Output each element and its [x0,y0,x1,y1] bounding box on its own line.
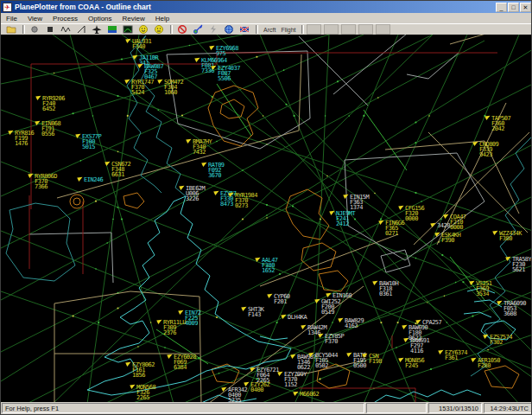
aircraft-label[interactable]: MON568F3262265 [136,385,155,400]
menu-help[interactable]: Help [150,15,174,22]
face-yellow2-icon[interactable] [152,24,166,35]
aircraft-label[interactable]: BAW98713460622 [297,354,316,370]
record-icon[interactable] [28,24,41,35]
arcft-button[interactable]: Arcft [261,25,278,35]
aircraft-label[interactable]: EIN068F1910556 [41,121,60,137]
aircraft-label[interactable]: BAW8294162 [345,318,364,329]
radar-icon[interactable] [121,24,135,35]
aircraft-label[interactable]: EZS7574F302 [490,335,512,345]
aircraft-label[interactable]: BMA7HYF3407432 [193,139,212,155]
toolbar-separator [170,25,173,34]
aircraft-label[interactable]: SHT3KF143 [248,307,264,317]
aircraft-label[interactable]: RYR806DF3707366 [35,174,57,189]
aircraft-label[interactable]: COA47F2100000 [450,214,466,230]
aircraft-label[interactable]: VS251F3693534 [476,281,492,297]
aircraft-label[interactable]: NJE9MTF2412412 [336,211,355,227]
toolbar-separator [301,25,304,34]
aircraft-label[interactable]: CSNF198 [369,354,382,364]
status-spacer [366,403,427,413]
aircraft-label-line: 5015 [82,144,101,150]
aircraft-label-line: 0622 [297,365,316,370]
aircraft-label[interactable]: IBE62MU0063226 [186,186,205,201]
aircraft-label[interactable]: DLH4KA [288,315,307,320]
antenna-icon[interactable] [74,24,88,35]
aircraft-label[interactable]: M66062 [300,392,319,397]
menu-process[interactable]: Process [48,15,83,22]
maximize-button[interactable]: □ [508,3,519,12]
stop-icon[interactable] [43,24,57,35]
menu-file[interactable]: File [1,15,22,22]
aircraft-label[interactable]: GWI252F2000519 [321,299,340,315]
aircraft-label[interactable]: RYR816F1991476 [15,131,34,146]
aircraft-label[interactable]: EZY85PF370 [325,334,344,344]
aircraft-icon[interactable] [90,24,104,35]
app-icon: ✈ [3,3,12,12]
aircraft-label[interactable]: RYR1747F3705424 [131,80,154,95]
aircraft-label-line: DLH4KA [288,315,307,320]
chart-icon[interactable] [105,24,119,35]
aircraft-label[interactable]: TRA6090F0533608 [504,301,526,316]
aircraft-label[interactable]: SOM472F3041060 [164,80,183,95]
close-button[interactable]: ✕ [520,3,531,12]
aircraft-label[interactable]: UAL931F340 [132,39,151,49]
aircraft-label[interactable]: CSN672F3486631 [111,162,130,177]
aircraft-label-line: 0361 [379,291,398,297]
aircraft-label[interactable]: EZY709YF3701152 [284,372,307,387]
aircraft-label[interactable]: EIN15MF3631374 [350,195,369,210]
aircraft-label[interactable]: BAW10HF3180361 [379,281,398,297]
aircraft-label-line: 0500 [353,363,366,368]
aircraft-label[interactable]: EIN246 [84,177,103,182]
disabled-button [341,24,356,35]
aircraft-label[interactable]: TRA58YF2305621 [512,257,531,272]
aircraft-label[interactable]: EXS77PF1005015 [82,134,101,150]
open-folder-icon[interactable] [4,24,18,35]
chart-area[interactable]: UAL931F340JAI10R341BAW087F3250467RYR1747… [1,35,532,404]
aircraft-label[interactable]: BCY5044F1050502 [315,353,338,368]
aircraft-label[interactable]: EZY4037F0875506 [218,66,240,81]
aircraft-label[interactable]: AAL47F3801652 [262,258,278,273]
aircraft-label[interactable]: MON856F245 [405,358,424,368]
aircraft-label[interactable]: EZY6968975 [216,46,238,56]
aircraft-label[interactable]: ESK4KHF390 [441,233,460,243]
aircraft-label[interactable]: AFR1050F280 [478,358,500,368]
aircraft-label[interactable]: EZY6374F361 [445,350,467,361]
signal-icon[interactable] [59,24,73,35]
flag-x-icon[interactable] [238,24,251,35]
aircraft-label[interactable]: BAW691F2974116 [410,338,429,354]
aircraft-label[interactable]: CYP60F201 [274,294,290,304]
aircraft-label[interactable]: BAW087F3250467 [144,64,163,80]
minimize-button[interactable]: _ [496,3,507,12]
menu-view[interactable]: View [22,15,48,22]
prohibit-icon[interactable] [175,24,189,35]
aircraft-label[interactable]: CFG156F3200000 [405,206,424,221]
lightning-icon[interactable] [206,24,220,35]
aircraft-label[interactable]: EZY8062F1611856 [132,362,155,378]
menu-options[interactable]: Options [83,15,117,22]
aircraft-label-line: 7366 [35,184,57,189]
aircraft-label[interactable]: WZZ434KF380 [499,231,522,241]
aircraft-label[interactable]: EZY26Z0400 [250,382,269,393]
aircraft-label-line: 6452 [42,106,65,112]
aircraft-label[interactable]: AFR34204005235 [228,387,247,403]
aircraft-label[interactable]: CNQ809F3399423 [479,142,498,157]
aircraft-label[interactable]: RYR9206F2406452 [42,96,65,112]
disabled-button [376,24,390,35]
title-bar[interactable]: ✈ PlanePlotter from COAA - Outline chart… [1,1,532,13]
aircraft-label[interactable]: RYR11LUF3092376 [163,320,186,335]
aircraft-label[interactable]: TAP507F3602042 [491,116,510,131]
aircraft-label[interactable]: 3420 [437,223,450,228]
aircraft-label[interactable]: RAT09F0923670 [208,163,225,178]
aircraft-label[interactable]: FIN6G6F3650271 [385,220,404,236]
globe-icon[interactable] [222,24,236,35]
toolbar-separator [256,25,258,34]
menu-review[interactable]: Review [117,15,150,22]
aircraft-label[interactable]: BAW42M1346 [307,325,326,335]
aircraft-label-line: 3226 [186,196,205,201]
face-yellow-icon[interactable] [136,24,150,35]
aircraft-label[interactable]: EZY6028F0696384 [174,354,196,370]
key-icon[interactable] [191,24,205,35]
aircraft-label[interactable]: RYR1984F3700273 [235,193,257,208]
flight-button[interactable]: Flight [278,25,298,35]
aircraft-label[interactable]: EIN72F2254009 [185,310,201,326]
disabled-button [307,24,321,35]
